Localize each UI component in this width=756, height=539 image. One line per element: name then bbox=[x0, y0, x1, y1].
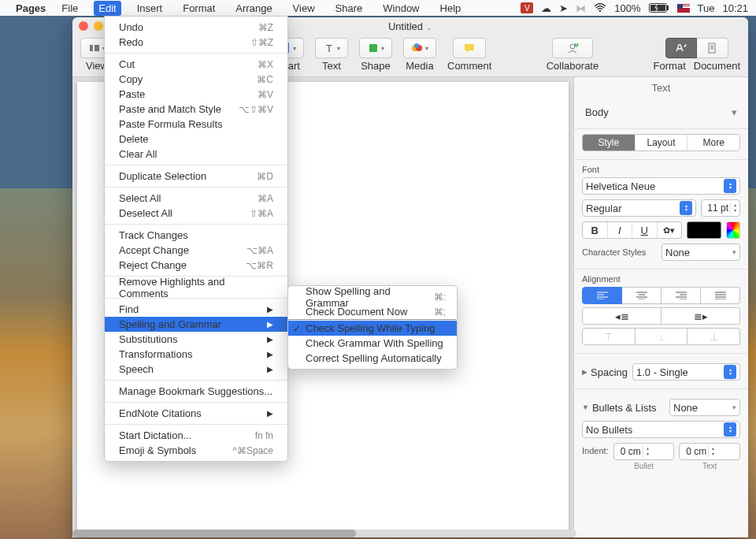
menu-item[interactable]: Emoji & Symbols^⌘Space bbox=[105, 443, 287, 458]
toolbar-shape[interactable]: ▾ Shape bbox=[359, 38, 392, 72]
clock-day[interactable]: Tue bbox=[698, 2, 715, 14]
submenu-item[interactable]: Correct Spelling Automatically bbox=[288, 351, 457, 366]
valign-top-button[interactable]: ⊤ bbox=[582, 328, 636, 345]
menu-item[interactable]: Spelling and Grammar▶ bbox=[105, 317, 287, 332]
valign-bottom-button[interactable]: ⊥ bbox=[687, 328, 740, 345]
svg-rect-10 bbox=[369, 44, 377, 52]
submenu-item[interactable]: Check Grammar With Spelling bbox=[288, 336, 457, 351]
stepper-icon: ▴▾ bbox=[724, 179, 736, 193]
indent-button[interactable]: ≣▸ bbox=[662, 307, 740, 325]
menu-file[interactable]: File bbox=[57, 1, 83, 16]
paragraph-style-select[interactable]: Body ▾ bbox=[582, 103, 740, 121]
italic-button[interactable]: I bbox=[608, 222, 633, 238]
battery-text: 100% bbox=[614, 2, 640, 14]
submenu-item[interactable]: Show Spelling and Grammar⌘: bbox=[288, 289, 457, 304]
inspector-tab-more[interactable]: More bbox=[687, 135, 739, 151]
menu-item[interactable]: Start Dictation...fn fn bbox=[105, 428, 287, 443]
menu-item: Select All⌘A bbox=[105, 191, 287, 206]
menu-item: Paste Formula Results bbox=[105, 117, 287, 132]
font-size-field[interactable]: ▴▾ bbox=[701, 199, 740, 217]
minimize-window-button[interactable] bbox=[94, 21, 103, 31]
align-center-button[interactable] bbox=[622, 287, 662, 304]
indent-text-field[interactable]: ▴▾ bbox=[679, 443, 740, 460]
menu-share[interactable]: Share bbox=[331, 1, 368, 16]
svg-rect-4 bbox=[90, 45, 93, 51]
outdent-button[interactable]: ◂≣ bbox=[582, 307, 662, 325]
color-picker-button[interactable] bbox=[726, 221, 740, 239]
char-styles-label: Character Styles bbox=[582, 247, 657, 257]
menu-item[interactable]: Paste and Match Style⌥⇧⌘V bbox=[105, 102, 287, 117]
indent-bullet-label: Bullet bbox=[613, 462, 675, 470]
align-left-button[interactable] bbox=[582, 287, 622, 304]
close-window-button[interactable] bbox=[79, 21, 88, 31]
app-name[interactable]: Pages bbox=[16, 2, 46, 14]
toolbar-media[interactable]: ▾ Media bbox=[403, 38, 436, 72]
menu-item[interactable]: Manage Bookmark Suggestions... bbox=[105, 384, 287, 399]
submenu-item[interactable]: ✓Check Spelling While Typing bbox=[288, 321, 457, 336]
menu-item[interactable]: Speech▶ bbox=[105, 362, 287, 377]
bullets-list-select[interactable]: None▾ bbox=[669, 399, 740, 416]
bluetooth-icon[interactable]: ⧓ bbox=[576, 2, 586, 14]
stepper-icon: ▴▾ bbox=[724, 422, 736, 437]
toolbar-text[interactable]: T▾ Text bbox=[315, 38, 348, 72]
wifi-icon[interactable] bbox=[594, 3, 606, 13]
bullets-disclosure[interactable]: ▼Bullets & Lists bbox=[582, 402, 657, 414]
menu-window[interactable]: Window bbox=[378, 1, 424, 16]
stepper-icon[interactable]: ▴▾ bbox=[730, 203, 739, 214]
alignment-label: Alignment bbox=[582, 274, 740, 284]
valign-middle-button[interactable]: ⟂ bbox=[636, 328, 688, 345]
text-advanced-button[interactable]: ✿▾ bbox=[658, 222, 682, 238]
bold-button[interactable]: B bbox=[583, 222, 608, 238]
bullets-style-select[interactable]: No Bullets▴▾ bbox=[582, 421, 740, 438]
menu-insert[interactable]: Insert bbox=[132, 1, 168, 16]
submenu-item[interactable]: Check Document Now⌘; bbox=[288, 304, 457, 319]
svg-text:T: T bbox=[326, 43, 332, 54]
menu-item[interactable]: Transformations▶ bbox=[105, 347, 287, 362]
menu-item: EndNote Citations▶ bbox=[105, 406, 287, 421]
menu-item: Copy⌘C bbox=[105, 72, 287, 87]
align-right-button[interactable] bbox=[662, 287, 701, 304]
toolbar-comment[interactable]: Comment bbox=[447, 38, 491, 72]
toolbar-format[interactable] bbox=[665, 38, 697, 58]
inspector-tab-layout[interactable]: Layout bbox=[636, 135, 688, 151]
menu-arrange[interactable]: Arrange bbox=[231, 1, 276, 16]
clock-time[interactable]: 10:21 bbox=[722, 2, 748, 14]
menu-item[interactable]: Deselect All⇧⌘A bbox=[105, 206, 287, 221]
svg-point-0 bbox=[599, 10, 601, 12]
menu-item[interactable]: Track Changes bbox=[105, 228, 287, 243]
inspector-tabs: StyleLayoutMore bbox=[582, 134, 740, 151]
menu-item: Reject Change⌥⌘R bbox=[105, 258, 287, 273]
font-style-select[interactable]: Regular▴▾ bbox=[582, 199, 696, 217]
align-justify-button[interactable] bbox=[701, 287, 740, 304]
menu-item[interactable]: Substitutions▶ bbox=[105, 332, 287, 347]
spacing-select[interactable]: 1.0 - Single▴▾ bbox=[632, 363, 740, 381]
input-source-flag-icon[interactable] bbox=[677, 4, 690, 13]
indent-bullet-field[interactable]: ▴▾ bbox=[613, 443, 675, 460]
toolbar-document[interactable] bbox=[697, 38, 728, 58]
toolbar-collaborate[interactable]: + Collaborate bbox=[547, 38, 599, 72]
menu-edit[interactable]: Edit bbox=[94, 1, 120, 16]
sync-icon[interactable]: ➤ bbox=[559, 2, 568, 14]
menu-help[interactable]: Help bbox=[435, 1, 466, 16]
char-styles-select[interactable]: None▾ bbox=[662, 243, 740, 261]
menu-item: Duplicate Selection⌘D bbox=[105, 169, 287, 184]
menu-item[interactable]: Paste⌘V bbox=[105, 87, 287, 102]
menubar-status: V ☁︎ ➤ ⧓ 100% Tue 10:21 bbox=[521, 2, 748, 14]
menu-item: Clear All bbox=[105, 147, 287, 162]
vpn-icon[interactable]: V bbox=[521, 2, 533, 13]
underline-button[interactable]: U bbox=[632, 222, 658, 238]
text-color-swatch[interactable] bbox=[687, 221, 721, 239]
menu-view[interactable]: View bbox=[288, 1, 320, 16]
spelling-submenu: Show Spelling and Grammar⌘:Check Documen… bbox=[287, 285, 458, 370]
font-family-select[interactable]: Helvetica Neue▴▾ bbox=[582, 177, 740, 195]
menu-format[interactable]: Format bbox=[178, 1, 220, 16]
horizontal-scrollbar[interactable] bbox=[72, 530, 576, 537]
inspector-tab-style[interactable]: Style bbox=[583, 135, 636, 151]
spacing-disclosure[interactable]: ▶Spacing bbox=[582, 366, 628, 378]
scrollbar-thumb[interactable] bbox=[72, 530, 356, 537]
svg-rect-2 bbox=[667, 6, 669, 10]
battery-icon[interactable] bbox=[649, 3, 669, 13]
cloud-icon[interactable]: ☁︎ bbox=[541, 2, 551, 14]
menu-item[interactable]: Find▶ bbox=[105, 302, 287, 317]
svg-rect-14 bbox=[465, 44, 474, 50]
